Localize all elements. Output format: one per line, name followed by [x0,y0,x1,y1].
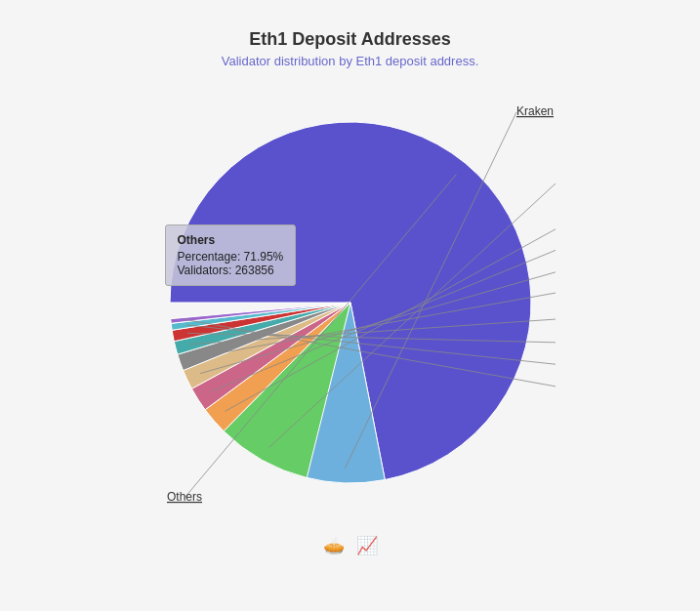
chart-title: Eth1 Deposit Addresses [249,29,450,50]
chart-subtitle: Validator distribution by Eth1 deposit a… [222,54,479,68]
pie-chart-toggle[interactable]: 🥧 [323,535,345,556]
line-chart-toggle[interactable]: 📈 [356,535,378,556]
chart-container: OthersKrakenLidoBinanceWhalesHuobiBitcoi… [48,78,653,527]
label-others[interactable]: Others [166,490,201,504]
icon-bar: 🥧 📈 [323,535,378,556]
pie-chart: OthersKrakenLidoBinanceWhalesHuobiBitcoi… [145,98,556,508]
label-kraken[interactable]: Kraken [516,104,554,118]
